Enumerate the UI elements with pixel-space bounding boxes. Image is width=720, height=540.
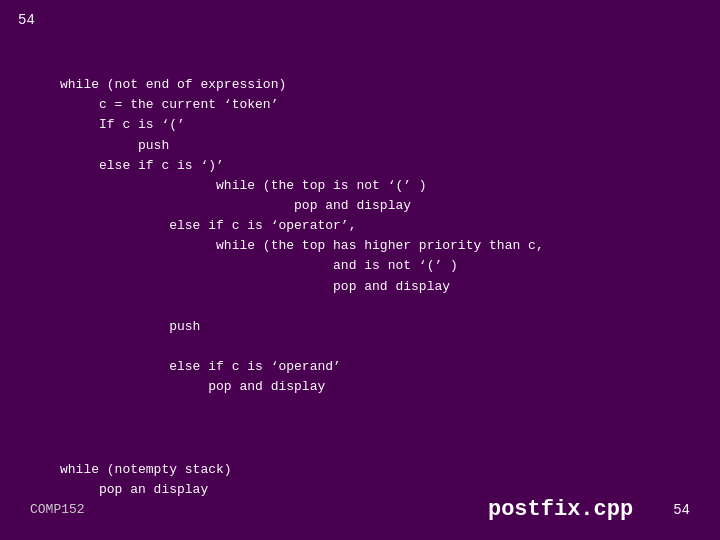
code-line-10: and is not ‘(’ ) (60, 258, 458, 273)
code-line-12 (60, 299, 68, 314)
code-line-17: while (notempty stack) (60, 462, 232, 477)
code-line-9: while (the top has higher priority than … (60, 238, 544, 253)
content-area: while (not end of expression) c = the cu… (0, 0, 720, 540)
code-line-7: pop and display (60, 198, 411, 213)
code-line-13: push (60, 319, 200, 334)
code-line-15: else if c is ‘operand’ (60, 359, 341, 374)
code-line-6: while (the top is not ‘(’ ) (60, 178, 427, 193)
code-block: while (not end of expression) c = the cu… (60, 55, 660, 418)
code-line-2: c = the current ‘token’ (60, 97, 278, 112)
footer-right: postfix.cpp 54 (488, 497, 690, 522)
code-line-16: pop and display (60, 379, 325, 394)
code-line-8: else if c is ‘operator’, (60, 218, 356, 233)
footer-course: COMP152 (30, 502, 85, 517)
code-line-11: pop and display (60, 279, 450, 294)
footer: COMP152 postfix.cpp 54 (0, 497, 720, 522)
footer-page: 54 (673, 502, 690, 518)
footer-filename: postfix.cpp (488, 497, 633, 522)
code-line-18: pop an display (60, 482, 208, 497)
slide-number-top: 54 (18, 12, 35, 28)
code-line-3: If c is ‘(’ (60, 117, 185, 132)
code-line-5: else if c is ‘)’ (60, 158, 224, 173)
code-line-14 (60, 339, 68, 354)
code-line-4: push (60, 138, 169, 153)
code-line-1: while (not end of expression) (60, 77, 286, 92)
